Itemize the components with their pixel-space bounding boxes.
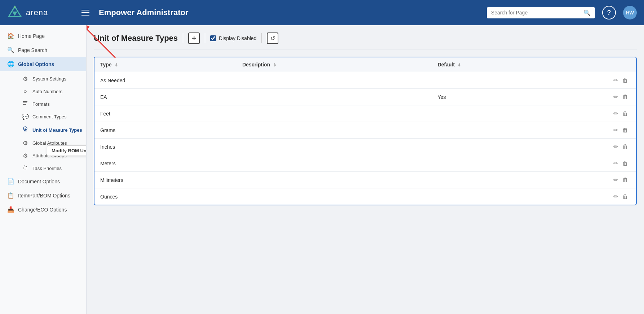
delete-button[interactable]: 🗑 [620,93,630,101]
display-disabled-label[interactable]: Display Disabled [219,35,256,41]
edit-button[interactable]: ✏ [611,109,620,118]
cell-description [237,155,432,172]
cell-actions: ✏🗑 [556,155,636,172]
delete-button[interactable]: 🗑 [620,176,630,184]
sidebar-item-formats[interactable]: Formats [18,97,86,110]
table-container: Type ⇕ Description ⇕ Default ⇕ [94,57,637,205]
sidebar-item-system-settings[interactable]: ⚙ System Settings [18,73,86,85]
cell-default: Yes [432,89,556,105]
svg-rect-4 [23,101,27,102]
sidebar-sub-global: ⚙ System Settings » Auto Numbers Formats [0,73,86,174]
home-icon: 🏠 [7,32,14,39]
sidebar-section-bottom: 📄 Document Options 📋 Item/Part/BOM Optio… [0,174,86,217]
cell-type: Ounces [94,188,237,205]
logo-area: arena [7,5,72,20]
help-button[interactable]: ? [602,6,616,19]
cell-description [237,105,432,122]
table-row: Ounces✏🗑 [94,188,636,205]
cell-type: Milimeters [94,172,237,188]
col-header-actions [556,57,636,72]
sidebar-item-auto-numbers[interactable]: » Auto Numbers [18,85,86,97]
edit-button[interactable]: ✏ [611,126,620,134]
sidebar-item-unit-measure[interactable]: Unit of Measure Types Modify BOM Unit of… [18,123,86,137]
unit-measure-table: Type ⇕ Description ⇕ Default ⇕ [94,57,636,205]
cell-actions: ✏🗑 [556,105,636,122]
cell-default [432,72,556,89]
sidebar-label-formats: Formats [32,101,50,107]
delete-button[interactable]: 🗑 [620,160,630,167]
cell-type: As Needed [94,72,237,89]
cell-actions: ✏🗑 [556,72,636,89]
cell-actions: ✏🗑 [556,172,636,188]
cell-actions: ✏🗑 [556,122,636,139]
avatar-button[interactable]: HW [623,6,637,19]
add-button[interactable]: + [188,32,200,44]
cell-actions: ✏🗑 [556,89,636,105]
delete-button[interactable]: 🗑 [620,126,630,134]
page-header: Unit of Measure Types + Display Disabled… [94,32,637,49]
layout: 🏠 Home Page 🔍 Page Search 🌐 Global Optio… [0,25,644,314]
edit-button[interactable]: ✏ [611,76,620,84]
sidebar-item-comment-types[interactable]: 💬 Comment Types [18,110,86,123]
tooltip-unit-measure: Modify BOM Unit of Measure Options [47,145,87,156]
task-icon: ⏱ [22,165,29,171]
table-row: As Needed✏🗑 [94,72,636,89]
global-attr-icon: ⚙ [22,140,29,147]
cell-default [432,188,556,205]
sidebar-item-page-search[interactable]: 🔍 Page Search [0,43,86,57]
display-disabled-checkbox[interactable] [210,35,216,41]
cell-default [432,122,556,139]
sidebar-label-change-eco: Change/ECO Options [18,207,67,213]
search-input[interactable] [491,10,581,16]
sidebar-label-document-options: Document Options [18,179,60,184]
sidebar-item-home[interactable]: 🏠 Home Page [0,29,86,43]
delete-button[interactable]: 🗑 [620,77,630,84]
arena-logo-icon [7,5,22,20]
sort-type-icon[interactable]: ⇕ [115,63,118,67]
refresh-button[interactable]: ↺ [267,32,278,44]
sidebar-item-item-bom[interactable]: 📋 Item/Part/BOM Options [0,188,86,202]
svg-rect-5 [23,103,27,103]
sidebar-item-task-priorities[interactable]: ⏱ Task Priorities [18,162,86,174]
globe-icon: 🌐 [7,61,14,67]
sidebar-label-global-options: Global Options [18,61,54,67]
cell-type: Meters [94,155,237,172]
table-row: Milimeters✏🗑 [94,172,636,188]
table-header-row: Type ⇕ Description ⇕ Default ⇕ [94,57,636,72]
sort-default-icon[interactable]: ⇕ [458,63,461,67]
separator-2 [205,33,205,43]
sidebar-item-document-options[interactable]: 📄 Document Options [0,174,86,188]
cell-description [237,122,432,139]
settings-icon: ⚙ [22,75,29,82]
cell-actions: ✏🗑 [556,188,636,205]
formats-icon [22,100,29,108]
table-body: As Needed✏🗑EAYes✏🗑Feet✏🗑Grams✏🗑Inches✏🗑M… [94,72,636,205]
sort-desc-icon[interactable]: ⇕ [273,63,276,67]
search-icon[interactable]: 🔍 [583,9,591,16]
cell-default [432,105,556,122]
search-bar: 🔍 [487,7,595,18]
edit-button[interactable]: ✏ [611,176,620,184]
change-eco-icon: 📥 [7,206,14,213]
delete-button[interactable]: 🗑 [620,110,630,118]
table-row: Feet✏🗑 [94,105,636,122]
sidebar-item-global-options[interactable]: 🌐 Global Options [0,57,86,71]
sidebar-item-change-eco[interactable]: 📥 Change/ECO Options [0,202,86,217]
edit-button[interactable]: ✏ [611,159,620,167]
cell-type: Feet [94,105,237,122]
cell-description [237,172,432,188]
svg-point-11 [25,128,26,130]
separator-3 [261,33,262,43]
auto-numbers-icon: » [22,88,29,95]
header-title: Empower Administrator [99,8,480,17]
edit-button[interactable]: ✏ [611,192,620,201]
cell-actions: ✏🗑 [556,139,636,155]
hamburger-button[interactable] [79,8,92,18]
delete-button[interactable]: 🗑 [620,193,630,201]
delete-button[interactable]: 🗑 [620,143,630,151]
cell-description [237,139,432,155]
cell-type: EA [94,89,237,105]
edit-button[interactable]: ✏ [611,93,620,101]
edit-button[interactable]: ✏ [611,143,620,151]
sidebar-label-page-search: Page Search [18,47,47,53]
